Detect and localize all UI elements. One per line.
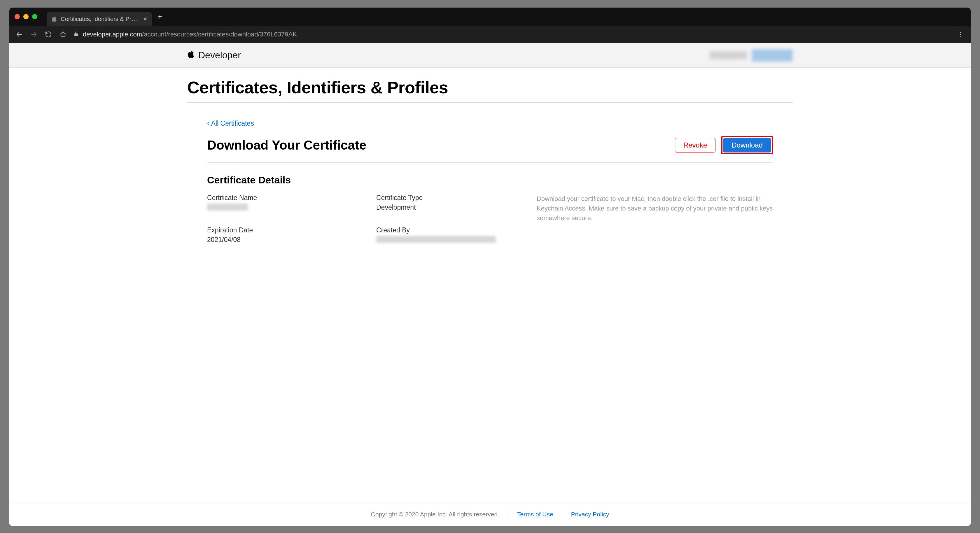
new-tab-button[interactable]: + [158,12,162,21]
window-controls [14,14,37,19]
field-cert-name: Certificate Name [207,194,376,212]
apple-favicon-icon [51,16,57,22]
window-close-button[interactable] [14,14,20,19]
breadcrumb-all-certificates[interactable]: ‹All Certificates [207,119,254,127]
url-path: /account/resources/certificates/download… [142,30,297,38]
privacy-link[interactable]: Privacy Policy [571,511,609,518]
terms-link[interactable]: Terms of Use [517,511,553,518]
reload-button[interactable] [45,30,52,38]
window-minimize-button[interactable] [23,14,29,19]
tab-bar: Certificates, Identifiers & Profiles × + [10,8,970,25]
breadcrumb-text: All Certificates [211,119,254,127]
site-header: Developer [10,43,970,68]
revoke-button[interactable]: Revoke [675,138,716,153]
revoke-label: Revoke [683,141,707,149]
page-content: Developer Certificates, Identifiers & Pr… [10,43,970,526]
copyright-text: Copyright © 2020 Apple Inc. All rights r… [371,511,500,518]
account-name-redacted [710,51,747,59]
forward-button[interactable] [30,30,38,38]
back-button[interactable] [15,30,23,38]
expiration-label: Expiration Date [207,226,376,234]
chevron-left-icon: ‹ [207,119,209,127]
tab-title: Certificates, Identifiers & Profiles [60,16,140,22]
account-area[interactable] [710,49,793,62]
cert-name-value-redacted [207,204,248,210]
section-title: Download Your Certificate [207,138,366,153]
cert-name-label: Certificate Name [207,194,376,202]
page-title: Certificates, Identifiers & Profiles [187,78,793,103]
team-selector-redacted [752,49,793,62]
footer: Copyright © 2020 Apple Inc. All rights r… [10,502,970,526]
field-created-by: Created By [376,226,537,245]
home-button[interactable] [59,30,67,38]
created-by-label: Created By [376,226,537,234]
expiration-value: 2021/04/08 [207,236,376,244]
browser-menu-button[interactable]: ⋮ [957,30,965,38]
footer-separator [562,511,562,518]
details-title: Certificate Details [207,174,793,186]
nav-bar: developer.apple.com/account/resources/ce… [10,25,970,43]
download-highlight: Download [721,136,773,154]
download-label: Download [732,141,763,149]
window-maximize-button[interactable] [32,14,37,19]
address-bar[interactable]: developer.apple.com/account/resources/ce… [73,30,950,38]
help-text: Download your certificate to your Mac, t… [537,194,773,245]
browser-tab[interactable]: Certificates, Identifiers & Profiles × [47,12,152,25]
url-host: developer.apple.com [83,30,142,38]
brand[interactable]: Developer [187,50,241,61]
apple-logo-icon [187,50,195,61]
cert-type-label: Certificate Type [376,194,537,202]
field-cert-type: Certificate Type Development [376,194,537,212]
brand-text: Developer [198,50,241,60]
tab-close-icon[interactable]: × [143,15,147,23]
cert-type-value: Development [376,204,537,212]
lock-icon [73,31,79,38]
download-button[interactable]: Download [723,138,771,153]
created-by-value-redacted [376,236,496,243]
browser-window: Certificates, Identifiers & Profiles × +… [10,8,970,526]
url-text: developer.apple.com/account/resources/ce… [83,30,297,38]
field-expiration: Expiration Date 2021/04/08 [207,226,376,245]
